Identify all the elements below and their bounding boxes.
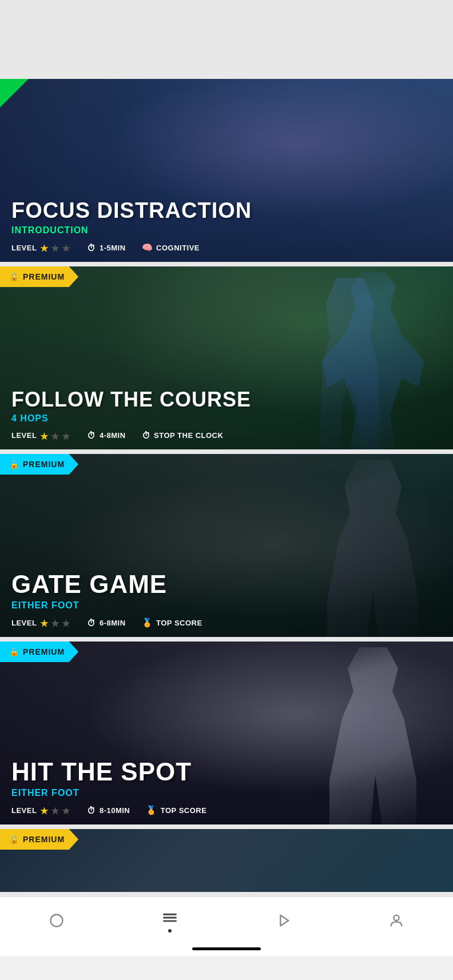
stars-4: ★ ★ ★ (40, 618, 71, 627)
level-item-3: LEVEL ★ ★ ★ (11, 431, 71, 440)
star-filled-2: ★ (40, 243, 49, 252)
star-filled-5: ★ (40, 806, 49, 815)
level-item-4: LEVEL ★ ★ ★ (11, 618, 71, 627)
clock-icon-4: ⏱ (87, 618, 96, 628)
time-label-2: 1-5MIN (100, 244, 126, 252)
star-empty-3a: ★ (51, 431, 60, 440)
card-meta-5: LEVEL ★ ★ ★ ⏱ 8-10MIN 🏅 (11, 805, 442, 815)
time-item-3: ⏱ 4-8MIN (87, 431, 125, 440)
level-label-5: LEVEL (11, 806, 37, 815)
card-title-5: HIT THE SPOT (11, 758, 442, 786)
premium-label-5: PREMIUM (23, 647, 65, 656)
star-empty-5a: ★ (51, 806, 60, 815)
card-follow-course[interactable]: 🔒 PREMIUM FOLLOW THE COURSE 4 HOPS LEVEL… (0, 266, 453, 449)
premium-label-6: PREMIUM (23, 835, 65, 844)
star-empty-2b: ★ (62, 243, 71, 252)
card-gate-game[interactable]: 🔒 PREMIUM GATE GAME EITHER FOOT LEVEL ★ … (0, 454, 453, 637)
card-subtitle-4: EITHER FOOT (11, 600, 442, 611)
star-empty-3b: ★ (62, 431, 71, 440)
level-label-2: LEVEL (11, 244, 37, 252)
card-category-2: INTRODUCTION (11, 225, 442, 236)
score-item-4: 🏅 TOP SCORE (142, 618, 202, 628)
card-dynamic-shooting[interactable]: DYNAMIC SHOOTING INTRODUCTION LEVEL ★ ★ … (0, 0, 453, 74)
stopwatch-icon-3: ⏱ (142, 431, 151, 440)
profile-svg (388, 913, 404, 929)
premium-badge-5: 🔒 PREMIUM (0, 642, 78, 662)
card-meta-4: LEVEL ★ ★ ★ ⏱ 6-8MIN 🏅 (11, 618, 442, 628)
premium-label-4: PREMIUM (23, 460, 65, 469)
clock-icon-5: ⏱ (87, 806, 96, 815)
svg-point-5 (394, 915, 399, 921)
level-label-4: LEVEL (11, 619, 37, 627)
card-title-2: FOCUS DISTRACTION (11, 199, 442, 223)
clock-icon-3: ⏱ (87, 431, 96, 440)
level-item-2: LEVEL ★ ★ ★ (11, 243, 71, 252)
home-indicator (192, 947, 261, 950)
medal-icon-4: 🏅 (142, 618, 153, 628)
card-subtitle-3: 4 HOPS (11, 413, 442, 424)
premium-badge-3: 🔒 PREMIUM (0, 266, 78, 287)
star-empty-4b: ★ (62, 618, 71, 627)
card-title-3: FOLLOW THE COURSE (11, 388, 442, 411)
play-icon (274, 911, 292, 930)
score-label-3: STOP THE CLOCK (154, 431, 223, 440)
score-item-5: 🏅 TOP SCORE (146, 805, 206, 815)
lock-icon-6: 🔒 (9, 835, 19, 844)
lock-icon-3: 🔒 (9, 272, 19, 281)
score-item-3: ⏱ STOP THE CLOCK (142, 431, 224, 440)
star-filled-4: ★ (40, 618, 49, 627)
medal-icon-5: 🏅 (146, 805, 157, 815)
bottom-navigation (0, 897, 453, 939)
lock-icon-4: 🔒 (9, 460, 19, 469)
nav-item-play[interactable] (263, 909, 304, 932)
svg-marker-4 (280, 915, 288, 926)
card-meta-2: LEVEL ★ ★ ★ ⏱ 1-5MIN 🧠 (11, 242, 442, 253)
time-item-4: ⏱ 6-8MIN (87, 618, 125, 628)
brain-icon-2: 🧠 (142, 242, 153, 253)
card-title-4: GATE GAME (11, 571, 442, 598)
app-container: DYNAMIC SHOOTING INTRODUCTION LEVEL ★ ★ … (0, 0, 453, 956)
level-item-5: LEVEL ★ ★ ★ (11, 806, 71, 815)
card-focus-distraction[interactable]: FOCUS DISTRACTION INTRODUCTION LEVEL ★ ★… (0, 79, 453, 262)
clock-icon-2: ⏱ (87, 243, 96, 253)
star-empty-4a: ★ (51, 618, 60, 627)
circle-svg (49, 913, 65, 929)
level-label-3: LEVEL (11, 431, 37, 440)
premium-badge-4: 🔒 PREMIUM (0, 454, 78, 475)
card-hit-spot[interactable]: 🔒 PREMIUM HIT THE SPOT EITHER FOOT LEVEL… (0, 642, 453, 824)
card-subtitle-5: EITHER FOOT (11, 788, 442, 798)
premium-label-3: PREMIUM (23, 272, 65, 281)
nav-active-dot (168, 929, 172, 933)
menu-icon (161, 909, 179, 927)
star-empty-2a: ★ (51, 243, 60, 252)
premium-badge-6: 🔒 PREMIUM (0, 829, 78, 850)
cognitive-label-2: COGNITIVE (156, 244, 200, 252)
score-label-4: TOP SCORE (156, 619, 202, 627)
nav-item-menu[interactable] (149, 906, 190, 935)
scroll-area[interactable]: DYNAMIC SHOOTING INTRODUCTION LEVEL ★ ★ … (0, 0, 453, 897)
lock-icon-5: 🔒 (9, 647, 19, 656)
time-label-4: 6-8MIN (100, 619, 126, 627)
cognitive-item-2: 🧠 COGNITIVE (142, 242, 200, 253)
nav-item-profile[interactable] (376, 909, 417, 932)
star-empty-5b: ★ (62, 806, 71, 815)
card-partial-bottom[interactable]: 🔒 PREMIUM (0, 829, 453, 892)
profile-icon (387, 911, 406, 930)
stars-2: ★ ★ ★ (40, 243, 71, 252)
time-item-2: ⏱ 1-5MIN (87, 243, 125, 253)
score-label-5: TOP SCORE (161, 806, 207, 815)
svg-point-0 (51, 915, 63, 927)
stars-3: ★ ★ ★ (40, 431, 71, 440)
menu-svg (162, 910, 178, 926)
green-corner-badge (0, 79, 29, 107)
nav-item-home[interactable] (36, 909, 77, 932)
card-meta-3: LEVEL ★ ★ ★ ⏱ 4-8MIN ⏱ (11, 431, 442, 440)
time-label-3: 4-8MIN (100, 431, 126, 440)
play-svg (275, 913, 291, 929)
star-filled-3: ★ (40, 431, 49, 440)
time-item-5: ⏱ 8-10MIN (87, 806, 130, 815)
home-icon (47, 911, 66, 930)
stars-5: ★ ★ ★ (40, 806, 71, 815)
time-label-5: 8-10MIN (100, 806, 130, 815)
